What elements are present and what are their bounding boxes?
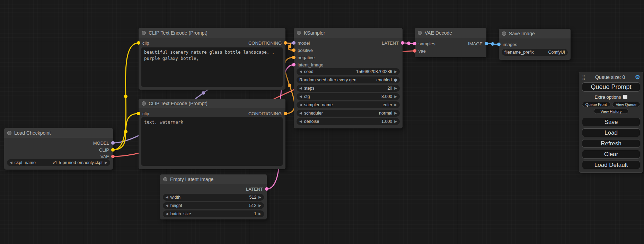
input-slot-vae[interactable]: vae	[413, 47, 426, 54]
prev-arrow-icon[interactable]: ◀	[299, 120, 302, 123]
widget-ckpt-name[interactable]: ◀ ckpt_name v1-5-pruned-emaonly.ckpt ▶	[7, 159, 110, 166]
widget-steps[interactable]: ◀ steps 20 ▶	[297, 85, 400, 92]
output-slot-image[interactable]: IMAGE	[468, 40, 488, 47]
next-arrow-icon[interactable]: ▶	[394, 95, 397, 98]
slot-dot-model[interactable]	[111, 141, 115, 145]
node-ksampler[interactable]: KSampler model positive negative latent_…	[294, 28, 403, 128]
toggle-dot-icon[interactable]	[394, 79, 397, 82]
prev-arrow-icon[interactable]: ◀	[10, 161, 12, 164]
node-title-bar[interactable]: Save Image	[499, 29, 571, 38]
prompt-text-input[interactable]: beautiful scenery nature glass bottle la…	[141, 47, 283, 87]
input-slot-positive[interactable]: positive	[292, 47, 313, 54]
slot-dot-clip[interactable]	[137, 112, 140, 115]
slot-dot-clip[interactable]	[137, 41, 140, 45]
node-clip-text-encode-positive[interactable]: CLIP Text Encode (Prompt) clip CONDITION…	[139, 28, 285, 90]
slot-dot-conditioning[interactable]	[292, 48, 295, 52]
widget-denoise[interactable]: ◀ denoise 1.000 ▶	[297, 118, 400, 125]
prev-arrow-icon[interactable]: ◀	[166, 212, 168, 216]
input-slot-latent-image[interactable]: latent_image	[292, 61, 323, 68]
prev-arrow-icon[interactable]: ◀	[299, 103, 302, 107]
next-arrow-icon[interactable]: ▶	[394, 70, 397, 73]
queue-prompt-button[interactable]: Queue Prompt	[582, 82, 640, 92]
output-slot-latent[interactable]: LATENT	[246, 186, 268, 192]
node-title-bar[interactable]: Empty Latent Image	[160, 174, 267, 184]
prev-arrow-icon[interactable]: ◀	[299, 70, 302, 73]
widget-batch-size[interactable]: ◀ batch_size 1 ▶	[163, 210, 264, 217]
prev-arrow-icon[interactable]: ◀	[166, 204, 168, 207]
prev-arrow-icon[interactable]: ◀	[299, 111, 302, 115]
slot-dot-latent[interactable]	[292, 63, 295, 66]
output-slot-latent[interactable]: LATENT	[382, 39, 404, 46]
node-save-image[interactable]: Save Image images filename_prefix ComfyU…	[499, 29, 571, 60]
collapse-dot-icon[interactable]	[142, 101, 146, 106]
slot-dot-latent[interactable]	[401, 41, 404, 45]
node-title-bar[interactable]: KSampler	[294, 28, 403, 38]
queue-front-button[interactable]: Queue Front	[582, 102, 610, 107]
input-slot-negative[interactable]: negative	[292, 54, 315, 61]
next-arrow-icon[interactable]: ▶	[258, 212, 261, 216]
collapse-dot-icon[interactable]	[297, 31, 301, 35]
collapse-dot-icon[interactable]	[418, 31, 422, 35]
prev-arrow-icon[interactable]: ◀	[299, 87, 302, 90]
node-title-bar[interactable]: Load Checkpoint	[4, 128, 113, 138]
prev-arrow-icon[interactable]: ◀	[299, 95, 302, 98]
slot-dot-latent[interactable]	[265, 187, 268, 191]
output-slot-model[interactable]: MODEL	[93, 139, 115, 146]
output-slot-conditioning[interactable]: CONDITIONING	[248, 110, 287, 117]
slot-dot-vae[interactable]	[413, 49, 416, 53]
input-slot-clip[interactable]: clip	[137, 110, 149, 117]
prev-arrow-icon[interactable]: ◀	[166, 196, 168, 199]
graph-canvas[interactable]: Load Checkpoint MODEL CLIP VAE ◀ ckpt_na…	[0, 0, 644, 244]
prompt-text-input[interactable]: text, watermark	[141, 117, 283, 166]
output-slot-clip[interactable]: CLIP	[99, 146, 115, 153]
slot-dot-clip[interactable]	[111, 148, 115, 152]
load-default-button[interactable]: Load Default	[582, 161, 640, 169]
extra-options-checkbox[interactable]	[623, 95, 627, 99]
refresh-button[interactable]: Refresh	[582, 139, 640, 148]
save-button[interactable]: Save	[582, 118, 640, 126]
load-button[interactable]: Load	[582, 128, 640, 137]
view-history-button[interactable]: View History	[594, 109, 628, 114]
input-slot-model[interactable]: model	[292, 39, 310, 46]
slot-dot-image[interactable]	[485, 42, 488, 45]
collapse-dot-icon[interactable]	[502, 31, 506, 36]
collapse-dot-icon[interactable]	[163, 177, 167, 181]
next-arrow-icon[interactable]: ▶	[394, 120, 397, 123]
node-title-bar[interactable]: VAE Decode	[415, 28, 486, 38]
slot-dot-latent[interactable]	[413, 42, 416, 45]
widget-random-seed-toggle[interactable]: Random seed after every gen enabled	[297, 76, 400, 83]
node-clip-text-encode-negative[interactable]: CLIP Text Encode (Prompt) clip CONDITION…	[139, 99, 285, 169]
widget-scheduler[interactable]: ◀ scheduler normal ▶	[297, 110, 400, 117]
slot-dot-conditioning[interactable]	[292, 56, 295, 59]
slot-dot-conditioning[interactable]	[284, 112, 287, 115]
slot-dot-model[interactable]	[292, 41, 295, 45]
slot-dot-image[interactable]	[497, 43, 501, 46]
widget-height[interactable]: ◀ height 512 ▶	[163, 202, 264, 209]
node-title-bar[interactable]: CLIP Text Encode (Prompt)	[139, 28, 285, 38]
input-slot-samples[interactable]: samples	[413, 40, 435, 47]
output-slot-vae[interactable]: VAE	[100, 153, 115, 160]
next-arrow-icon[interactable]: ▶	[258, 204, 261, 207]
output-slot-conditioning[interactable]: CONDITIONING	[248, 39, 287, 46]
widget-width[interactable]: ◀ width 512 ▶	[163, 194, 264, 201]
drag-handle-icon[interactable]: ⣿	[582, 75, 585, 80]
node-load-checkpoint[interactable]: Load Checkpoint MODEL CLIP VAE ◀ ckpt_na…	[4, 128, 113, 170]
next-arrow-icon[interactable]: ▶	[258, 196, 261, 199]
collapse-dot-icon[interactable]	[7, 131, 11, 135]
view-queue-button[interactable]: View Queue	[612, 102, 641, 107]
collapse-dot-icon[interactable]	[142, 31, 146, 35]
widget-sampler-name[interactable]: ◀ sampler_name euler ▶	[297, 101, 400, 108]
node-empty-latent-image[interactable]: Empty Latent Image LATENT ◀ width 512 ▶ …	[160, 174, 267, 219]
node-vae-decode[interactable]: VAE Decode samples vae IMAGE	[415, 28, 486, 57]
input-slot-images[interactable]: images	[497, 41, 517, 48]
slot-dot-vae[interactable]	[111, 155, 115, 158]
next-arrow-icon[interactable]: ▶	[394, 111, 397, 115]
widget-cfg[interactable]: ◀ cfg 8.000 ▶	[297, 93, 400, 100]
settings-gear-icon[interactable]: ⚙	[635, 74, 640, 80]
input-slot-clip[interactable]: clip	[137, 39, 149, 46]
widget-seed[interactable]: ◀ seed 156680208700286 ▶	[297, 68, 400, 75]
slot-dot-conditioning[interactable]	[284, 41, 287, 45]
next-arrow-icon[interactable]: ▶	[394, 103, 397, 107]
next-arrow-icon[interactable]: ▶	[105, 161, 107, 164]
node-title-bar[interactable]: CLIP Text Encode (Prompt)	[139, 99, 285, 108]
